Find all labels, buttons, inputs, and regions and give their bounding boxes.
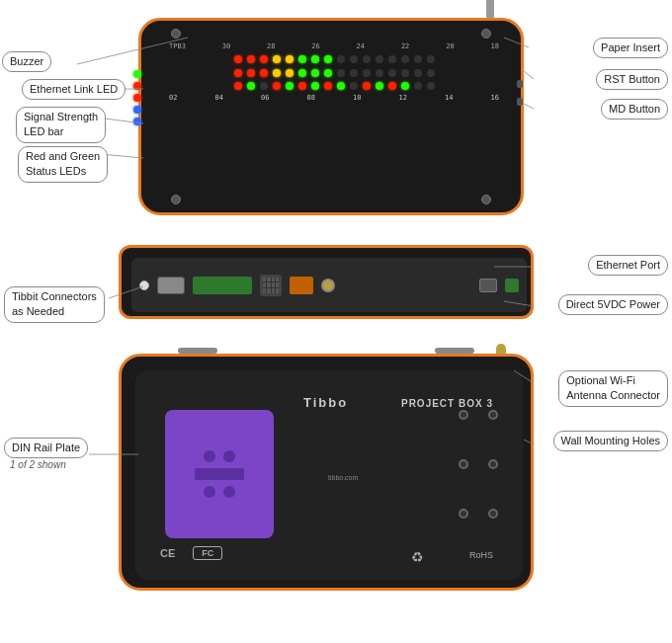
bottom-numbers: 0204060810121416 — [159, 92, 509, 104]
device1-body: TPB3 30282624222018 — [138, 18, 524, 215]
screw-br — [481, 195, 491, 204]
rst-button[interactable] — [517, 80, 523, 88]
signal-leds-row2 — [159, 66, 509, 80]
device1-screen: TPB3 30282624222018 — [159, 39, 509, 201]
md-button[interactable] — [517, 98, 523, 106]
green-terminal-block — [193, 277, 252, 294]
din-rail-plate — [165, 410, 274, 538]
recycle-mark: ♻ — [411, 549, 424, 565]
din-hole-tl — [204, 450, 215, 462]
status-led-2 — [133, 118, 141, 125]
device3-body: Tibbo PROJECT BOX 3 tibbo.com — [119, 354, 534, 591]
mount-hole-br2 — [488, 509, 498, 519]
callout-rst-button: RST Button — [596, 69, 668, 90]
rj45-ethernet — [479, 279, 497, 292]
brand-text: Tibbo — [303, 395, 348, 410]
din-slot — [195, 468, 244, 480]
sma-connector — [321, 279, 335, 292]
top-antenna — [486, 0, 494, 20]
fcc-mark: FC — [193, 546, 222, 560]
speaker-port — [260, 275, 282, 296]
ethernet-led — [133, 70, 141, 78]
callout-status-leds: Red and GreenStatus LEDs — [18, 146, 108, 183]
device2-body — [119, 245, 534, 319]
power-terminal — [505, 279, 519, 292]
mount-hole-mr2 — [488, 459, 498, 469]
tibbit-connector — [139, 281, 149, 290]
device3-back-view: Tibbo PROJECT BOX 3 tibbo.com — [119, 354, 534, 591]
din-hole-bl — [204, 486, 215, 498]
callout-signal-led: Signal StrengthLED bar — [16, 107, 106, 143]
svg-line-6 — [524, 104, 534, 109]
screw-tr — [481, 29, 491, 39]
mount-hole-br — [459, 509, 468, 519]
callout-ethernet-led: Ethernet Link LED — [22, 79, 126, 100]
status-leds-row — [159, 80, 509, 92]
cert-row: CE FC — [160, 546, 222, 560]
status-led-1 — [133, 106, 141, 114]
callout-wifi: Optional Wi-FiAntenna Connector — [558, 370, 668, 407]
callout-ethernet-port: Ethernet Port — [588, 255, 668, 276]
callout-buzzer: Buzzer — [2, 51, 51, 72]
mount-hole-mr — [459, 459, 468, 469]
signal-led-2 — [133, 94, 141, 102]
din-hole-br — [223, 486, 235, 498]
din-count-label: 1 of 2 shown — [4, 459, 66, 470]
signal-leds-row1 — [159, 52, 509, 66]
din-hole-tr — [223, 450, 235, 462]
website-text: tibbo.com — [328, 474, 358, 481]
callout-paper-insert: Paper Insert — [593, 38, 668, 58]
mount-hole-tr — [459, 410, 468, 420]
screw-bl — [171, 195, 181, 204]
mount-hole-tr2 — [488, 410, 498, 420]
device3-panel: Tibbo PROJECT BOX 3 tibbo.com — [135, 370, 523, 580]
signal-led-1 — [133, 82, 141, 90]
orange-terminal — [290, 277, 313, 294]
callout-din-rail: DIN Rail Plate 1 of 2 shown — [4, 438, 88, 470]
device2-panel — [131, 258, 527, 312]
rohs-mark: RoHS — [469, 550, 493, 560]
device1-top-view: TPB3 30282624222018 — [138, 18, 524, 215]
screen-header: TPB3 30282624222018 — [159, 39, 509, 52]
callout-direct-power: Direct 5VDC Power — [558, 294, 668, 315]
svg-line-5 — [524, 71, 534, 79]
callout-wall-mounting: Wall Mounting Holes — [553, 431, 668, 451]
db9-port — [157, 277, 185, 294]
side-leds — [133, 70, 141, 125]
device2-side-view — [119, 245, 534, 319]
callout-tibbit: Tibbit Connectorsas Needed — [4, 286, 105, 323]
model-text: PROJECT BOX 3 — [401, 398, 493, 409]
ce-mark: CE — [160, 547, 175, 559]
callout-md-button: MD Button — [601, 99, 668, 120]
screw-tl — [171, 29, 181, 39]
